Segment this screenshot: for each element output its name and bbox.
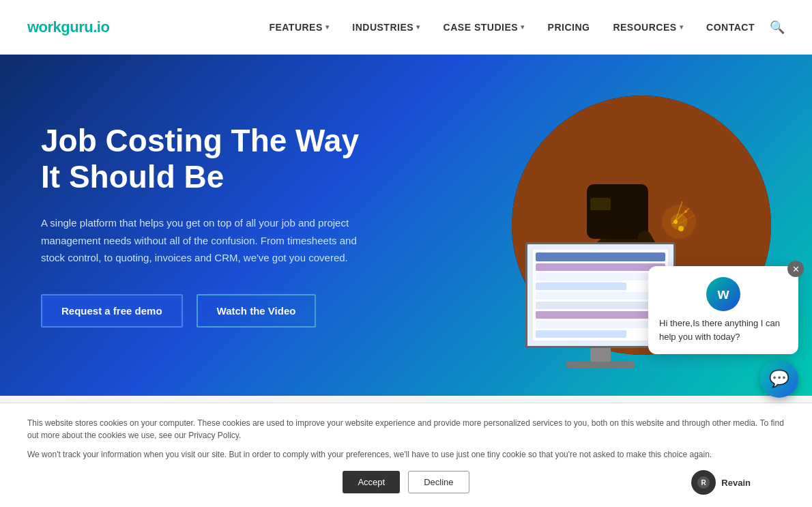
- nav-item-features[interactable]: FEATURES ▾: [261, 16, 337, 38]
- cookie-text-primary: This website stores cookies on your comp…: [27, 417, 785, 437]
- hero-subtitle: A single platform that helps you get on …: [41, 214, 382, 267]
- monitor-base: [566, 362, 635, 368]
- screen-row: [536, 283, 626, 290]
- nav-item-case-studies[interactable]: CASE STUDIES ▾: [435, 16, 533, 38]
- chat-box: w Hi there,Is there anything I can help …: [648, 266, 798, 354]
- chat-open-button[interactable]: 💬: [760, 360, 798, 398]
- request-demo-button[interactable]: Request a free demo: [41, 294, 183, 328]
- screen-row: [536, 330, 626, 338]
- close-chat-button[interactable]: ✕: [787, 261, 804, 277]
- screen-row: [536, 252, 665, 261]
- nav-contact-label: CONTACT: [706, 22, 755, 33]
- cookie-banner: This website stores cookies on your comp…: [0, 403, 812, 437]
- svg-point-12: [671, 214, 687, 230]
- nav-industries-label: INDUSTRIES: [352, 22, 414, 33]
- monitor-stand: [590, 348, 611, 362]
- search-icon[interactable]: 🔍: [770, 20, 785, 35]
- chat-avatar: w: [706, 277, 740, 311]
- nav-item-pricing[interactable]: PRICING: [540, 16, 598, 38]
- svg-rect-2: [587, 184, 648, 239]
- chat-logo-letter: w: [717, 285, 729, 303]
- chat-icon: 💬: [769, 369, 789, 388]
- screen-row: [536, 302, 665, 309]
- nav-features-label: FEATURES: [269, 22, 322, 33]
- screen-row: [536, 273, 665, 280]
- chevron-down-icon: ▾: [680, 23, 684, 31]
- chevron-down-icon: ▾: [325, 23, 330, 31]
- chat-message: Hi there,Is there anything I can help yo…: [659, 317, 787, 343]
- nav-item-contact[interactable]: CONTACT: [698, 16, 763, 38]
- screen-row: [536, 321, 665, 328]
- screen-row: [536, 311, 665, 319]
- chevron-down-icon: ▾: [521, 23, 525, 31]
- navbar: workguru.io FEATURES ▾ INDUSTRIES ▾ CASE…: [0, 0, 812, 55]
- logo[interactable]: workguru.io: [27, 18, 109, 36]
- screen-row: [536, 263, 665, 271]
- nav-item-resources[interactable]: RESOURCES ▾: [605, 16, 691, 38]
- watch-video-button[interactable]: Watch the Video: [197, 294, 317, 328]
- hero-title: Job Costing The Way It Should Be: [41, 123, 382, 195]
- nav-pricing-label: PRICING: [548, 22, 590, 33]
- chat-box-wrap: ✕ w Hi there,Is there anything I can hel…: [648, 266, 798, 354]
- screen-row: [536, 292, 665, 300]
- nav-case-studies-label: CASE STUDIES: [444, 22, 518, 33]
- chat-widget: ✕ w Hi there,Is there anything I can hel…: [648, 266, 798, 398]
- nav-links: FEATURES ▾ INDUSTRIES ▾ CASE STUDIES ▾ P…: [261, 16, 785, 38]
- chevron-down-icon: ▾: [416, 23, 420, 31]
- svg-rect-3: [590, 198, 611, 210]
- hero-content: Job Costing The Way It Should Be A singl…: [0, 82, 423, 368]
- nav-resources-label: RESOURCES: [613, 22, 676, 33]
- nav-item-industries[interactable]: INDUSTRIES ▾: [344, 16, 428, 38]
- hero-buttons: Request a free demo Watch the Video: [41, 294, 382, 328]
